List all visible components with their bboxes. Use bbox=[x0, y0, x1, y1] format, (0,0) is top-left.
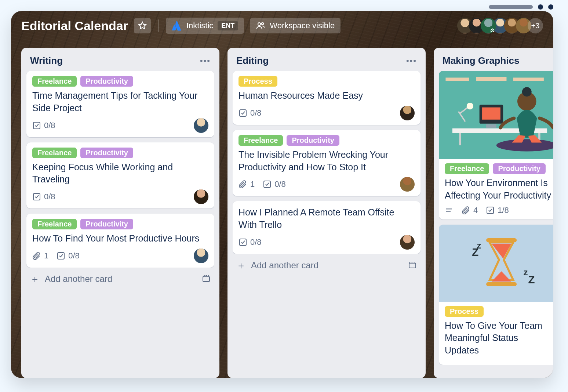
label-freelance[interactable]: Freelance bbox=[239, 135, 283, 146]
label-freelance[interactable]: Freelance bbox=[32, 148, 77, 158]
svg-rect-19 bbox=[486, 124, 496, 128]
svg-text:Z: Z bbox=[528, 273, 535, 286]
paperclip-icon bbox=[239, 180, 247, 189]
paperclip-icon bbox=[462, 206, 470, 215]
label-freelance[interactable]: Freelance bbox=[445, 163, 489, 174]
svg-rect-8 bbox=[240, 239, 246, 246]
card[interactable]: z Z z Z Process How To Give Your Team Me… bbox=[439, 225, 553, 365]
card-member-avatar[interactable] bbox=[400, 235, 415, 250]
checklist-badge: 0/8 bbox=[239, 108, 262, 118]
decor-bar bbox=[489, 5, 533, 9]
attachment-badge: 1 bbox=[32, 251, 48, 261]
card[interactable]: How I Planned A Remote Team Offsite With… bbox=[233, 201, 420, 254]
decor-dot bbox=[548, 4, 553, 10]
svg-rect-7 bbox=[264, 181, 270, 188]
label-productivity[interactable]: Productivity bbox=[80, 219, 133, 229]
label-freelance[interactable]: Freelance bbox=[32, 219, 77, 229]
svg-text:z: z bbox=[524, 267, 528, 277]
card-member-avatar[interactable] bbox=[194, 248, 208, 263]
label-process[interactable]: Process bbox=[445, 306, 484, 317]
workspace-name: Inktistic bbox=[186, 21, 213, 30]
checklist-icon bbox=[57, 251, 65, 260]
card-title: How To Find Your Most Productive Hours bbox=[32, 232, 208, 245]
attachment-badge: 1 bbox=[239, 179, 255, 189]
decor-dot bbox=[538, 4, 543, 10]
card[interactable]: Freelance Productivity The Invisible Pro… bbox=[233, 130, 420, 196]
card-title: How To Give Your Team Meaningful Status … bbox=[439, 320, 553, 357]
svg-rect-11 bbox=[445, 77, 469, 81]
svg-rect-9 bbox=[409, 263, 416, 268]
svg-rect-2 bbox=[33, 122, 40, 129]
label-productivity[interactable]: Productivity bbox=[493, 163, 546, 174]
hourglass-illustration-icon: z Z z Z bbox=[439, 225, 553, 296]
board-members[interactable]: +3 bbox=[461, 18, 543, 33]
svg-point-0 bbox=[258, 23, 261, 26]
visibility-button[interactable]: Workspace visible bbox=[250, 18, 341, 33]
card-title: How I Planned A Remote Team Offsite With… bbox=[239, 206, 415, 231]
board-title: Editorial Calendar bbox=[21, 19, 128, 33]
star-button[interactable] bbox=[134, 18, 151, 33]
card[interactable]: Freelance Productivity How Your Environm… bbox=[439, 71, 553, 219]
add-card-button[interactable]: ＋ Add another card bbox=[233, 254, 420, 273]
svg-rect-27 bbox=[486, 282, 517, 286]
list-writing: Writing ••• Freelance Productivity Time … bbox=[21, 48, 219, 378]
admin-chevrons-icon bbox=[489, 26, 496, 33]
more-members-button[interactable]: +3 bbox=[528, 18, 543, 33]
avatar[interactable] bbox=[481, 18, 496, 33]
card[interactable]: Process Human Resources Made Easy 0/8 bbox=[233, 71, 420, 125]
svg-rect-24 bbox=[487, 207, 494, 214]
label-productivity[interactable]: Productivity bbox=[80, 148, 133, 158]
list-menu-button[interactable]: ••• bbox=[200, 56, 211, 66]
card-title: The Invisible Problem Wrecking Your Prod… bbox=[239, 149, 415, 174]
atlassian-icon bbox=[172, 21, 182, 31]
board-canvas[interactable]: Writing ••• Freelance Productivity Time … bbox=[11, 40, 553, 378]
description-badge bbox=[445, 206, 454, 215]
label-productivity[interactable]: Productivity bbox=[80, 76, 133, 87]
visibility-label: Workspace visible bbox=[270, 21, 335, 30]
card-template-button[interactable] bbox=[202, 275, 211, 283]
list-title[interactable]: Editing bbox=[236, 55, 269, 66]
list-title[interactable]: Writing bbox=[30, 55, 63, 66]
card[interactable]: Freelance Productivity Time Management T… bbox=[26, 71, 214, 137]
board-frame: Editorial Calendar Inktistic ENT Workspa… bbox=[11, 11, 553, 378]
svg-point-1 bbox=[262, 23, 263, 25]
label-process[interactable]: Process bbox=[239, 76, 277, 87]
list-title[interactable]: Making Graphics bbox=[443, 55, 520, 66]
checklist-badge: 0/8 bbox=[32, 121, 55, 130]
people-icon bbox=[256, 21, 265, 30]
label-freelance[interactable]: Freelance bbox=[32, 76, 77, 87]
card-member-avatar[interactable] bbox=[400, 106, 415, 120]
workspace-button[interactable]: Inktistic ENT bbox=[166, 18, 244, 34]
add-card-button[interactable]: ＋ Add another card bbox=[26, 268, 214, 287]
checklist-icon bbox=[239, 238, 247, 247]
checklist-icon bbox=[263, 180, 272, 189]
plus-icon: ＋ bbox=[30, 273, 40, 286]
add-card-label: Add another card bbox=[251, 260, 318, 271]
checklist-badge: 0/8 bbox=[239, 237, 262, 247]
svg-rect-5 bbox=[203, 277, 210, 282]
card-title: Human Resources Made Easy bbox=[239, 90, 415, 102]
checklist-badge: 0/8 bbox=[263, 179, 286, 189]
checklist-icon bbox=[32, 192, 41, 201]
checklist-badge: 1/8 bbox=[486, 206, 509, 215]
star-icon bbox=[138, 21, 147, 30]
svg-rect-18 bbox=[482, 108, 500, 120]
attachment-badge: 4 bbox=[462, 206, 478, 215]
label-productivity[interactable]: Productivity bbox=[287, 135, 339, 146]
svg-rect-3 bbox=[33, 193, 40, 200]
list-menu-button[interactable]: ••• bbox=[406, 56, 417, 66]
meditation-illustration-icon bbox=[439, 71, 553, 152]
card-member-avatar[interactable] bbox=[400, 177, 415, 192]
plus-icon: ＋ bbox=[236, 259, 246, 272]
card-member-avatar[interactable] bbox=[194, 118, 208, 133]
card-cover-image bbox=[439, 71, 553, 159]
card-member-avatar[interactable] bbox=[194, 189, 208, 204]
board-header: Editorial Calendar Inktistic ENT Workspa… bbox=[11, 11, 553, 40]
card[interactable]: Freelance Productivity Keeping Focus Whi… bbox=[26, 142, 214, 209]
svg-rect-13 bbox=[513, 77, 544, 81]
card-cover-image: z Z z Z bbox=[439, 225, 553, 302]
card[interactable]: Freelance Productivity How To Find Your … bbox=[26, 214, 214, 268]
template-icon bbox=[202, 275, 211, 283]
window-decoration bbox=[489, 4, 553, 10]
card-template-button[interactable] bbox=[408, 261, 417, 270]
